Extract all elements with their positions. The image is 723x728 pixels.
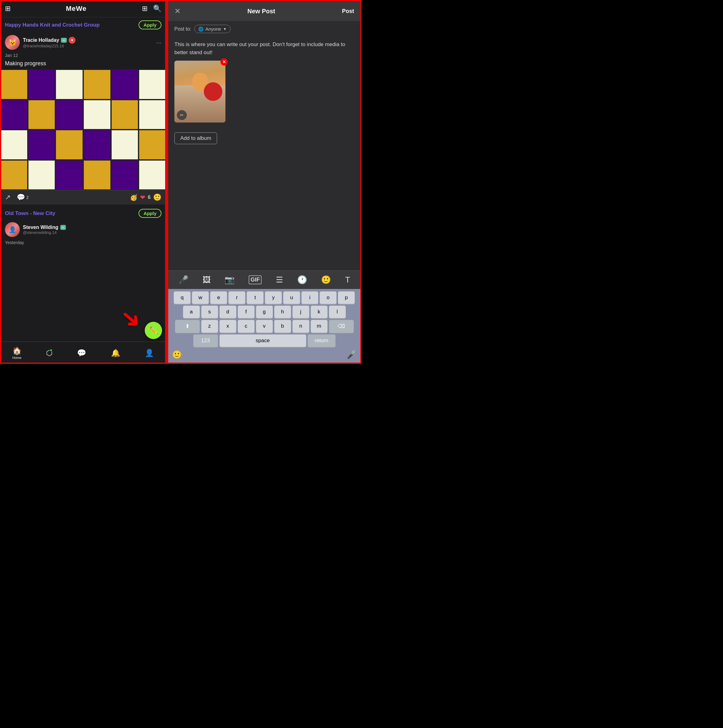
- key-space[interactable]: space: [220, 335, 306, 347]
- grid-icon[interactable]: ⊞: [5, 5, 11, 13]
- add-to-album-button[interactable]: Add to album: [174, 132, 217, 144]
- key-x[interactable]: x: [220, 320, 236, 333]
- post2-avatar[interactable]: 👤: [5, 222, 20, 237]
- group2-banner: Old Town - New City Apply: [0, 207, 166, 220]
- key-s[interactable]: s: [201, 306, 218, 318]
- party-emoji: 🥳: [130, 194, 137, 201]
- close-button[interactable]: ✕: [174, 7, 181, 15]
- nav-home[interactable]: 🏠 Home: [12, 347, 21, 359]
- key-c[interactable]: c: [238, 320, 255, 333]
- post1-avatar[interactable]: 😺: [5, 35, 20, 50]
- share-icon[interactable]: ↗: [5, 193, 11, 202]
- post1-text: Making progress: [0, 59, 166, 69]
- bell-icon: 🔔: [111, 349, 120, 357]
- post-button[interactable]: Post: [342, 8, 354, 15]
- comment-icon[interactable]: 💬 2: [17, 193, 29, 202]
- key-g[interactable]: g: [256, 306, 273, 318]
- keyboard: q w e r t y u i o p a s d f g h j k l ⬆ …: [168, 289, 360, 362]
- keyboard-row-1: q w e r t y u i o p: [169, 291, 359, 304]
- chat-icon: 💬: [77, 349, 86, 357]
- key-backspace[interactable]: ⌫: [329, 320, 354, 333]
- key-i[interactable]: i: [302, 291, 318, 304]
- compose-fab-button[interactable]: ✏️: [145, 322, 162, 339]
- post2-user-info: Steven Wilding ∞ @stevenwilding.14: [23, 225, 162, 235]
- post2-username: Steven Wilding: [23, 225, 58, 230]
- mic-toolbar-icon[interactable]: 🎤: [178, 275, 188, 284]
- globe-icon: 🌐: [198, 27, 203, 32]
- key-b[interactable]: b: [274, 320, 291, 333]
- store-icon[interactable]: ⊞: [142, 5, 148, 13]
- key-u[interactable]: u: [283, 291, 300, 304]
- key-a[interactable]: a: [183, 306, 200, 318]
- reaction-count: 6: [148, 194, 151, 200]
- post1-image[interactable]: [0, 69, 166, 190]
- post1-header: 😺 Tracie Holladay ∞ ♥ @tracieholladay215…: [0, 32, 166, 52]
- emoji-react-icon[interactable]: 🙂: [153, 193, 162, 202]
- key-m[interactable]: m: [311, 320, 328, 333]
- comment-count: 2: [26, 195, 29, 200]
- bottom-nav: 🏠 Home ⬡ 💬 🔔 👤: [0, 341, 166, 364]
- nav-notifications[interactable]: 🔔: [111, 349, 120, 357]
- group2-name[interactable]: Old Town - New City: [5, 210, 136, 217]
- post1-username-row: Tracie Holladay ∞ ♥: [23, 37, 153, 44]
- nav-profile[interactable]: 👤: [145, 349, 154, 357]
- key-o[interactable]: o: [320, 291, 336, 304]
- left-panel: ⊞ MeWe ⊞ 🔍 Happy Hands Knit and Crochet …: [0, 0, 167, 364]
- audience-selector[interactable]: 🌐 Anyone ▼: [194, 25, 231, 33]
- key-j[interactable]: j: [293, 306, 309, 318]
- key-123[interactable]: 123: [193, 335, 218, 347]
- heart-badge: ♥: [69, 37, 75, 44]
- nav-chat[interactable]: 💬: [77, 349, 86, 357]
- post-placeholder-text[interactable]: This is where you can write out your pos…: [174, 41, 354, 56]
- list-toolbar-icon[interactable]: ☰: [276, 275, 283, 284]
- key-d[interactable]: d: [220, 306, 236, 318]
- post1-actions: ↗ 💬 2 🥳 ❤ 6 🙂: [0, 190, 166, 205]
- gif-toolbar-icon[interactable]: GIF: [249, 275, 262, 284]
- key-return[interactable]: return: [308, 335, 336, 347]
- more-options-icon[interactable]: ···: [156, 39, 162, 46]
- emoji-toolbar-icon[interactable]: 🙂: [321, 275, 331, 284]
- text-format-icon[interactable]: T: [345, 275, 350, 284]
- key-f[interactable]: f: [238, 306, 255, 318]
- post1-date: Jan 12: [0, 52, 166, 59]
- post2-date: Yesterday: [0, 240, 166, 246]
- post1-handle: @tracieholladay215.16: [23, 44, 153, 48]
- key-l[interactable]: l: [329, 306, 346, 318]
- keyboard-row-4: 123 space return: [169, 335, 359, 347]
- key-v[interactable]: v: [256, 320, 273, 333]
- post2-infinity-badge: ∞: [60, 225, 66, 230]
- keyboard-mic-icon[interactable]: 🎤: [347, 350, 357, 359]
- search-icon[interactable]: 🔍: [153, 5, 162, 13]
- profile-icon: 👤: [145, 349, 154, 357]
- key-t[interactable]: t: [247, 291, 264, 304]
- nav-social[interactable]: ⬡: [46, 349, 53, 357]
- key-p[interactable]: p: [338, 291, 355, 304]
- edit-image-button[interactable]: ✏: [177, 110, 187, 120]
- keyboard-emoji-icon[interactable]: 🙂: [172, 350, 182, 359]
- remove-image-button[interactable]: ✕: [221, 58, 228, 66]
- key-r[interactable]: r: [229, 291, 245, 304]
- post-body: This is where you can write out your pos…: [168, 37, 360, 271]
- group1-apply-button[interactable]: Apply: [139, 20, 162, 29]
- post2-header: 👤 Steven Wilding ∞ @stevenwilding.14: [0, 220, 166, 240]
- key-w[interactable]: w: [192, 291, 209, 304]
- home-icon: 🏠: [12, 347, 21, 355]
- right-panel: ✕ New Post Post Post to: 🌐 Anyone ▼ This…: [167, 0, 362, 364]
- key-e[interactable]: e: [210, 291, 227, 304]
- key-z[interactable]: z: [201, 320, 218, 333]
- post2-handle: @stevenwilding.14: [23, 230, 162, 235]
- image-toolbar-icon[interactable]: 🖼: [203, 275, 210, 284]
- group1-name[interactable]: Happy Hands Knit and Crochet Group: [5, 22, 136, 28]
- camera-toolbar-icon[interactable]: 📷: [224, 275, 234, 284]
- key-n[interactable]: n: [293, 320, 309, 333]
- app-logo: MeWe: [66, 5, 87, 13]
- key-y[interactable]: y: [265, 291, 282, 304]
- infinity-badge: ∞: [61, 38, 67, 43]
- key-shift[interactable]: ⬆: [175, 320, 200, 333]
- key-q[interactable]: q: [174, 291, 191, 304]
- post-toolbar: 🎤 🖼 📷 GIF ☰ 🕐 🙂 T: [168, 271, 360, 289]
- key-h[interactable]: h: [274, 306, 291, 318]
- group2-apply-button[interactable]: Apply: [139, 209, 162, 218]
- clock-toolbar-icon[interactable]: 🕐: [297, 275, 307, 284]
- key-k[interactable]: k: [311, 306, 328, 318]
